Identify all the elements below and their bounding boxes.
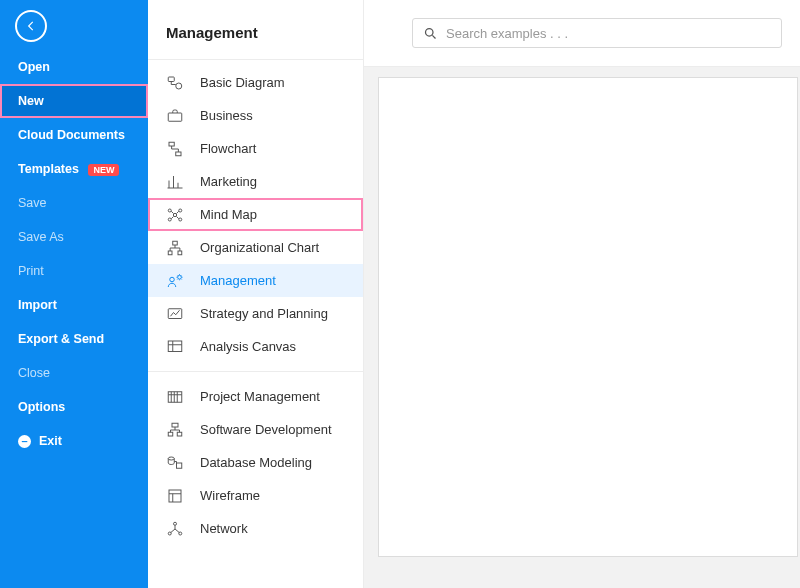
canvas-icon — [166, 338, 184, 356]
svg-point-5 — [168, 209, 171, 212]
sidebar-item-close[interactable]: Close — [0, 356, 148, 390]
svg-point-13 — [170, 277, 175, 282]
category-divider — [148, 371, 363, 372]
software-icon — [166, 421, 184, 439]
svg-rect-17 — [168, 391, 182, 402]
svg-rect-20 — [177, 432, 182, 436]
category-item-marketing[interactable]: Marketing — [148, 165, 363, 198]
search-input[interactable] — [446, 26, 781, 41]
category-label: Basic Diagram — [200, 75, 285, 90]
sidebar-item-print[interactable]: Print — [0, 254, 148, 288]
sidebar-item-cloud-documents[interactable]: Cloud Documents — [0, 118, 148, 152]
content-area — [364, 0, 800, 588]
category-label: Business — [200, 108, 253, 123]
category-item-org-chart[interactable]: Organizational Chart — [148, 231, 363, 264]
category-item-software-development[interactable]: Software Development — [148, 413, 363, 446]
sidebar-item-label: Exit — [39, 434, 62, 448]
back-button[interactable] — [15, 10, 47, 42]
category-label: Marketing — [200, 174, 257, 189]
category-list: Basic Diagram Business Flowchart Marketi… — [148, 60, 363, 588]
category-panel: Management Basic Diagram Business Flowch… — [148, 0, 364, 588]
category-item-mind-map[interactable]: Mind Map — [148, 198, 363, 231]
svg-rect-19 — [168, 432, 173, 436]
category-item-network[interactable]: Network — [148, 512, 363, 545]
sidebar-item-options[interactable]: Options — [0, 390, 148, 424]
category-label: Software Development — [200, 422, 332, 437]
category-item-business[interactable]: Business — [148, 99, 363, 132]
svg-point-1 — [176, 83, 182, 89]
flowchart-icon — [166, 140, 184, 158]
svg-point-24 — [174, 522, 177, 525]
preview-canvas[interactable] — [378, 77, 798, 557]
mind-map-icon — [166, 206, 184, 224]
wireframe-icon — [166, 487, 184, 505]
svg-point-8 — [179, 218, 182, 221]
category-item-flowchart[interactable]: Flowchart — [148, 132, 363, 165]
svg-rect-2 — [168, 113, 182, 121]
svg-point-14 — [178, 275, 182, 279]
category-label: Analysis Canvas — [200, 339, 296, 354]
svg-rect-3 — [169, 142, 174, 146]
category-label: Wireframe — [200, 488, 260, 503]
svg-rect-23 — [169, 490, 181, 502]
svg-rect-11 — [168, 251, 172, 255]
category-label: Network — [200, 521, 248, 536]
basic-diagram-icon — [166, 74, 184, 92]
back-arrow-icon — [24, 19, 38, 33]
sidebar-item-import[interactable]: Import — [0, 288, 148, 322]
search-box[interactable] — [412, 18, 782, 48]
svg-rect-10 — [173, 241, 178, 245]
preview-area — [364, 67, 800, 588]
category-label: Database Modeling — [200, 455, 312, 470]
category-heading: Management — [148, 0, 363, 60]
bar-chart-icon — [166, 173, 184, 191]
briefcase-icon — [166, 107, 184, 125]
org-chart-icon — [166, 239, 184, 257]
svg-rect-12 — [178, 251, 182, 255]
sidebar-item-templates[interactable]: Templates NEW — [0, 152, 148, 186]
search-icon — [423, 26, 438, 41]
category-item-analysis-canvas[interactable]: Analysis Canvas — [148, 330, 363, 363]
category-item-strategy[interactable]: Strategy and Planning — [148, 297, 363, 330]
sidebar-item-save-as[interactable]: Save As — [0, 220, 148, 254]
category-label: Project Management — [200, 389, 320, 404]
category-label: Organizational Chart — [200, 240, 319, 255]
category-label: Mind Map — [200, 207, 257, 222]
category-item-database-modeling[interactable]: Database Modeling — [148, 446, 363, 479]
svg-point-6 — [168, 218, 171, 221]
svg-rect-16 — [168, 341, 182, 352]
sidebar-item-label: Templates — [18, 162, 79, 176]
project-icon — [166, 388, 184, 406]
sidebar-item-open[interactable]: Open — [0, 50, 148, 84]
category-label: Management — [200, 273, 276, 288]
category-item-wireframe[interactable]: Wireframe — [148, 479, 363, 512]
search-row — [364, 0, 800, 67]
svg-rect-0 — [168, 77, 174, 82]
category-label: Strategy and Planning — [200, 306, 328, 321]
strategy-icon — [166, 305, 184, 323]
management-icon — [166, 272, 184, 290]
database-icon — [166, 454, 184, 472]
svg-point-7 — [179, 209, 182, 212]
category-item-management[interactable]: Management — [148, 264, 363, 297]
category-label: Flowchart — [200, 141, 256, 156]
sidebar-item-export-send[interactable]: Export & Send — [0, 322, 148, 356]
svg-rect-22 — [177, 463, 182, 468]
svg-point-21 — [168, 457, 174, 460]
sidebar-item-new[interactable]: New — [0, 84, 148, 118]
new-badge: NEW — [88, 164, 119, 176]
svg-rect-18 — [172, 423, 178, 427]
sidebar-item-save[interactable]: Save — [0, 186, 148, 220]
file-sidebar: Open New Cloud Documents Templates NEW S… — [0, 0, 148, 588]
network-icon — [166, 520, 184, 538]
svg-rect-4 — [176, 152, 181, 156]
sidebar-item-exit[interactable]: – Exit — [0, 424, 148, 458]
svg-point-9 — [173, 213, 176, 216]
svg-point-27 — [426, 28, 434, 36]
category-item-basic-diagram[interactable]: Basic Diagram — [148, 66, 363, 99]
exit-icon: – — [18, 435, 31, 448]
category-item-project-management[interactable]: Project Management — [148, 380, 363, 413]
